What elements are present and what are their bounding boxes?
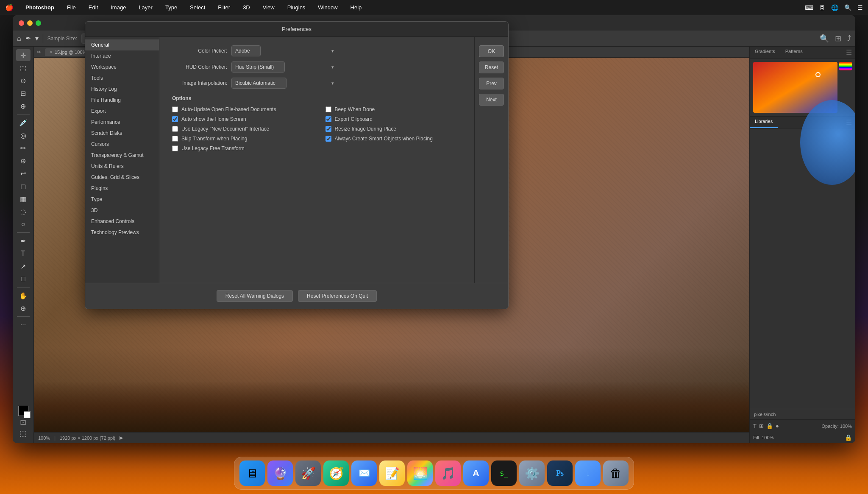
sidebar-item-plugins[interactable]: Plugins (85, 183, 159, 194)
ok-button[interactable]: OK (479, 45, 504, 57)
maximize-button[interactable] (36, 20, 41, 26)
image-interpolation-select[interactable]: Bicubic Automatic (231, 78, 287, 89)
minimize-button[interactable] (27, 20, 33, 26)
home-icon[interactable]: ⌂ (17, 35, 21, 42)
tab-gradients[interactable]: Gradients (750, 47, 780, 58)
dock-system-preferences[interactable]: ⚙️ (519, 461, 545, 486)
dock-photoshop[interactable]: Ps (547, 461, 573, 486)
checkbox-beep-input[interactable] (326, 106, 331, 112)
eyedropper-tool[interactable]: 💉 (16, 117, 31, 128)
stamp-tool[interactable]: ⊕ (16, 155, 31, 167)
sidebar-item-interface[interactable]: Interface (85, 50, 159, 61)
blur-tool[interactable]: ◌ (16, 206, 31, 218)
screen-toggle-icon[interactable]: ⬚ (19, 429, 27, 438)
dock-appstore[interactable]: A (463, 461, 489, 486)
shape-tool[interactable]: □ (16, 273, 31, 285)
menubar-type[interactable]: Type (163, 3, 180, 11)
more-tools[interactable]: ··· (16, 319, 31, 331)
sidebar-item-guides-grid-slices[interactable]: Guides, Grid & Slices (85, 172, 159, 183)
fx-icon[interactable]: ● (776, 423, 779, 429)
status-arrow[interactable]: ▶ (120, 435, 123, 441)
history-brush-tool[interactable]: ↩ (16, 167, 31, 179)
lasso-tool[interactable]: ⊙ (16, 75, 31, 87)
menubar-view[interactable]: View (260, 3, 277, 11)
text-tool[interactable]: T (16, 248, 31, 260)
prev-button[interactable]: Prev (479, 78, 504, 89)
checkbox-legacy-new-doc-input[interactable] (172, 126, 178, 132)
reset-warnings-button[interactable]: Reset All Warning Dialogs (217, 290, 293, 302)
close-button[interactable] (19, 20, 24, 26)
reset-prefs-button[interactable]: Reset Preferences On Quit (298, 290, 377, 302)
sidebar-item-general[interactable]: General (85, 39, 159, 50)
transform-icon[interactable]: ⊞ (759, 423, 764, 429)
eraser-tool[interactable]: ◻ (16, 180, 31, 192)
dock-photos[interactable]: 🌅 (407, 461, 433, 486)
hand-tool[interactable]: ✋ (16, 290, 31, 301)
quick-select-tool[interactable]: ⊟ (16, 87, 31, 99)
menubar-layer[interactable]: Layer (136, 3, 155, 11)
lock-panel-icon[interactable]: 🔒 (845, 434, 852, 441)
checkbox-smart-objects-input[interactable] (326, 136, 331, 142)
apple-menu-icon[interactable]: 🍎 (5, 3, 14, 11)
checkbox-resize-place-input[interactable] (326, 126, 331, 132)
menubar-plugins[interactable]: Plugins (285, 3, 308, 11)
dock-finder[interactable]: 🖥 (239, 461, 265, 486)
menubar-window[interactable]: Window (315, 3, 340, 11)
foreground-color[interactable] (18, 406, 28, 416)
sidebar-item-file-handling[interactable]: File Handling (85, 95, 159, 106)
close-icon-tab[interactable]: ✕ (49, 50, 53, 54)
expand-icon[interactable]: ▾ (35, 34, 39, 42)
search-icon[interactable]: 🔍 (820, 34, 829, 43)
menubar-image[interactable]: Image (108, 3, 128, 11)
dock-downloads[interactable]: ↓ (575, 461, 601, 486)
sidebar-item-scratch-disks[interactable]: Scratch Disks (85, 128, 159, 139)
sidebar-item-history-log[interactable]: History Log (85, 84, 159, 95)
checkbox-export-clipboard-input[interactable] (326, 116, 331, 122)
dock-terminal[interactable]: $_ (491, 461, 517, 486)
menubar-edit[interactable]: Edit (86, 3, 100, 11)
sidebar-item-tools[interactable]: Tools (85, 73, 159, 84)
dodge-tool[interactable]: ○ (16, 218, 31, 230)
dock-music[interactable]: 🎵 (435, 461, 461, 486)
brush-tool[interactable]: ✏ (16, 142, 31, 154)
zoom-tool[interactable]: ⊕ (16, 302, 31, 314)
crop-tool[interactable]: ⊕ (16, 100, 31, 112)
menubar-help[interactable]: Help (348, 3, 364, 11)
share-icon[interactable]: ⤴ (847, 34, 851, 43)
dock-mail[interactable]: ✉️ (351, 461, 377, 486)
sidebar-item-transparency-gamut[interactable]: Transparency & Gamut (85, 150, 159, 161)
tab-patterns[interactable]: Patterns (780, 47, 808, 58)
menubar-file[interactable]: File (64, 3, 78, 11)
sidebar-item-3d[interactable]: 3D (85, 205, 159, 216)
hue-bar[interactable] (839, 62, 852, 70)
sidebar-item-cursors[interactable]: Cursors (85, 139, 159, 150)
spot-heal-tool[interactable]: ◎ (16, 129, 31, 141)
menubar-filter[interactable]: Filter (215, 3, 233, 11)
lock-icon[interactable]: 🔒 (766, 423, 773, 429)
reset-button[interactable]: Reset (479, 61, 504, 73)
sidebar-item-performance[interactable]: Performance (85, 117, 159, 128)
sidebar-item-enhanced-controls[interactable]: Enhanced Controls (85, 216, 159, 227)
menubar-photoshop[interactable]: Photoshop (23, 3, 57, 11)
dock-notes[interactable]: 📝 (379, 461, 405, 486)
checkbox-legacy-free-transform-input[interactable] (172, 145, 178, 151)
checkbox-auto-update-input[interactable] (172, 106, 178, 112)
checkbox-skip-transform-input[interactable] (172, 136, 178, 142)
gradient-tool[interactable]: ▦ (16, 193, 31, 205)
dock-safari[interactable]: 🧭 (323, 461, 349, 486)
text-tool-icon[interactable]: T (753, 423, 757, 429)
next-button[interactable]: Next (479, 94, 504, 106)
color-picker-select[interactable]: Adobe (231, 45, 261, 56)
checkbox-home-screen-input[interactable] (172, 116, 178, 122)
arrange-icon[interactable]: ⊞ (835, 34, 841, 43)
brush-icon[interactable]: ✒ (25, 34, 31, 42)
hud-color-picker-select[interactable]: Hue Strip (Small) (231, 61, 285, 73)
dock-rocketship[interactable]: 🚀 (295, 461, 321, 486)
dock-trash[interactable]: 🗑 (603, 461, 629, 486)
background-color[interactable] (24, 411, 31, 418)
sidebar-item-workspace[interactable]: Workspace (85, 61, 159, 73)
selection-tool[interactable]: ⬚ (16, 62, 31, 74)
pen-tool[interactable]: ✒ (16, 235, 31, 247)
sidebar-item-type[interactable]: Type (85, 194, 159, 205)
menubar-3d[interactable]: 3D (240, 3, 253, 11)
